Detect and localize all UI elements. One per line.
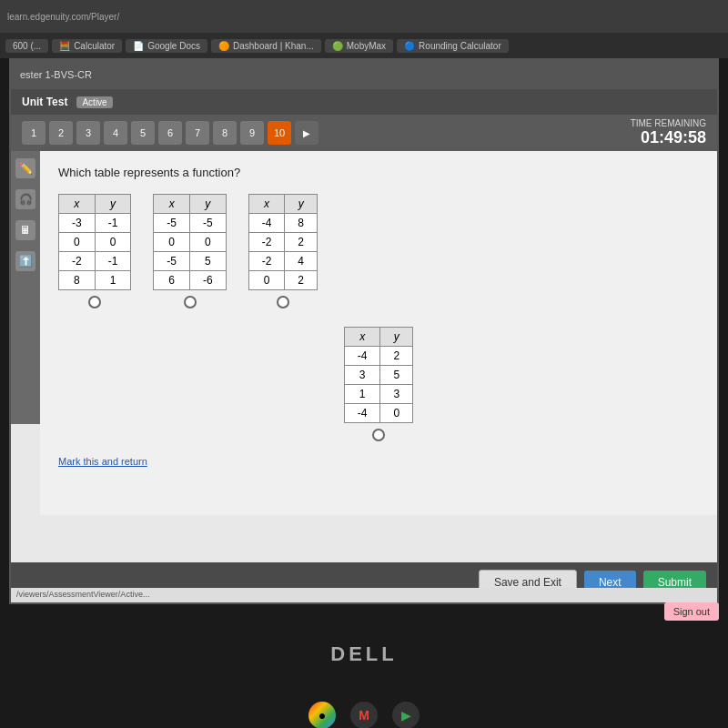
table-option-a: x y -3 -1 0 0 -2 — [58, 194, 131, 308]
q-btn-7[interactable]: 7 — [186, 121, 209, 145]
radio-d[interactable] — [372, 429, 385, 441]
cell: 0 — [59, 233, 96, 252]
table-row: 3 5 — [344, 366, 412, 385]
tab-moby-max-label: MobyMax — [347, 41, 386, 51]
cell: -2 — [248, 233, 285, 252]
q-btn-2[interactable]: 2 — [49, 121, 73, 145]
cell: -1 — [95, 214, 131, 233]
cell: -4 — [344, 404, 380, 423]
cell: -1 — [95, 252, 131, 271]
q-btn-3[interactable]: 3 — [76, 121, 100, 145]
dell-logo: DELL — [330, 642, 397, 666]
table-option-b: x y -5 -5 0 0 -5 — [153, 194, 226, 308]
unit-header: Unit Test Active — [11, 89, 717, 115]
time-remaining: TIME REMAINING 01:49:58 — [631, 118, 706, 147]
tab-calculator[interactable]: 🧮 Calculator — [52, 39, 122, 53]
gmail-icon[interactable]: M — [350, 702, 378, 728]
tab-google-docs[interactable]: 📄 Google Docs — [126, 39, 207, 53]
table-a-header-y: y — [95, 195, 131, 214]
table-b-header-y: y — [190, 195, 227, 214]
q-btn-9[interactable]: 9 — [240, 121, 264, 145]
edg-nav: ester 1-BVS-CR — [11, 60, 717, 89]
cell: 0 — [248, 271, 285, 290]
tab-calculator-icon: 🧮 — [59, 41, 70, 51]
taskbar: ● M ▶ — [0, 692, 728, 728]
table-row: 6 -6 — [154, 271, 226, 290]
cell: 1 — [95, 271, 131, 290]
active-badge: Active — [76, 96, 112, 108]
cell: 3 — [344, 366, 380, 385]
q-btn-5[interactable]: 5 — [131, 121, 155, 145]
question-text: Which table represents a function? — [58, 166, 699, 179]
question-buttons: 1 2 3 4 5 6 7 8 9 10 ▶ — [22, 121, 318, 145]
cell: 2 — [285, 271, 318, 290]
table-row: -4 8 — [248, 214, 317, 233]
tab-rounding-icon: 🔵 — [404, 41, 415, 51]
q-btn-6[interactable]: 6 — [158, 121, 182, 145]
table-row: -5 5 — [154, 252, 226, 271]
table-c: x y -4 8 -2 2 -2 — [248, 194, 318, 290]
cell: 2 — [285, 233, 318, 252]
cell: 2 — [380, 347, 413, 366]
tab-moby-max[interactable]: 🟢 MobyMax — [325, 39, 393, 53]
table-row: -2 2 — [248, 233, 317, 252]
table-row: -5 -5 — [154, 214, 226, 233]
headphones-icon[interactable]: 🎧 — [15, 189, 35, 209]
calculator-icon[interactable]: 🖩 — [15, 220, 35, 240]
cell: 5 — [380, 366, 413, 385]
radio-c[interactable] — [277, 296, 289, 308]
cell: -4 — [344, 347, 380, 366]
cell: 6 — [154, 271, 190, 290]
tab-600-label: 600 (... — [13, 41, 41, 51]
table-row: -3 -1 — [59, 214, 131, 233]
taskbar-area: DELL Sign out ● M ▶ — [0, 604, 728, 728]
table-c-header-y: y — [285, 195, 318, 214]
tab-600[interactable]: 600 (... — [5, 39, 48, 53]
radio-a[interactable] — [88, 296, 101, 308]
play-store-icon[interactable]: ▶ — [392, 702, 420, 728]
sidebar: ✏️ 🎧 🖩 ⬆️ — [11, 151, 40, 424]
q-btn-8[interactable]: 8 — [213, 121, 237, 145]
table-row: -2 -1 — [59, 252, 131, 271]
table-row: 0 2 — [248, 271, 317, 290]
tab-dashboard-label: Dashboard | Khan... — [233, 41, 314, 51]
tables-bottom-row: x y -4 2 3 5 1 — [58, 327, 699, 441]
cell: -6 — [190, 271, 227, 290]
browser-url-bar[interactable]: learn.edgenuity.com/Player/ — [0, 0, 728, 33]
tab-bar: 600 (... 🧮 Calculator 📄 Google Docs 🟠 Da… — [0, 33, 728, 58]
table-d-header-y: y — [380, 328, 413, 347]
q-btn-4[interactable]: 4 — [104, 121, 127, 145]
tab-dashboard-icon: 🟠 — [218, 41, 229, 51]
cell: -3 — [59, 214, 96, 233]
q-btn-10[interactable]: 10 — [268, 121, 291, 145]
table-row: -2 4 — [248, 252, 317, 271]
q-btn-1[interactable]: 1 — [22, 121, 46, 145]
question-nav-bar: 1 2 3 4 5 6 7 8 9 10 ▶ TIME REMAINING 01… — [11, 115, 717, 151]
sign-out-button[interactable]: Sign out — [664, 602, 719, 621]
q-btn-next-arrow[interactable]: ▶ — [295, 121, 318, 145]
mark-return-link[interactable]: Mark this and return — [58, 456, 699, 467]
tab-rounding[interactable]: 🔵 Rounding Calculator — [397, 39, 509, 53]
table-row: -4 0 — [344, 404, 412, 423]
cell: 0 — [380, 404, 413, 423]
tab-calculator-label: Calculator — [74, 41, 115, 51]
tab-dashboard[interactable]: 🟠 Dashboard | Khan... — [211, 39, 321, 53]
tab-google-docs-label: Google Docs — [147, 41, 200, 51]
tab-moby-max-icon: 🟢 — [332, 41, 343, 51]
table-option-d: x y -4 2 3 5 1 — [344, 327, 413, 441]
table-row: 0 0 — [154, 233, 226, 252]
chrome-icon[interactable]: ● — [308, 702, 336, 728]
screen: ester 1-BVS-CR Unit Test Active 1 2 3 4 … — [9, 58, 719, 604]
cell: 8 — [59, 271, 96, 290]
unit-title: Unit Test — [22, 96, 67, 108]
breadcrumb: ester 1-BVS-CR — [20, 69, 92, 80]
tables-top-row: x y -3 -1 0 0 -2 — [58, 194, 699, 308]
radio-b[interactable] — [184, 296, 197, 308]
pencil-icon[interactable]: ✏️ — [15, 158, 35, 178]
time-value: 01:49:58 — [631, 128, 706, 147]
table-row: 1 3 — [344, 385, 412, 404]
tab-rounding-label: Rounding Calculator — [419, 41, 501, 51]
arrow-up-icon[interactable]: ⬆️ — [15, 251, 35, 271]
main-content: Which table represents a function? x y -… — [40, 151, 717, 515]
cell: -5 — [190, 214, 227, 233]
